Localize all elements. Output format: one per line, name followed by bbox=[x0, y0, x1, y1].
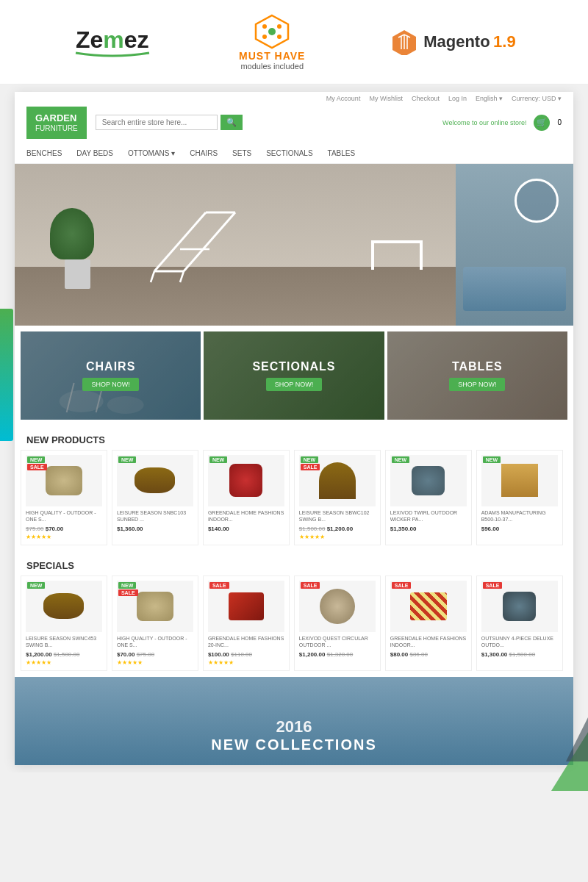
nav-currency[interactable]: Currency: USD ▾ bbox=[512, 95, 562, 102]
product-name: GREENDALE HOME FASHIONS 20-INC... bbox=[208, 635, 284, 650]
product-card[interactable]: NEW GREENDALE HOME FASHIONS INDOOR... $1… bbox=[203, 450, 290, 545]
nav-sets[interactable]: SETS bbox=[232, 149, 251, 157]
category-chairs[interactable]: CHAIRS SHOP NOW! bbox=[21, 331, 201, 420]
product-price: $80.00 $86.00 bbox=[390, 651, 467, 658]
hero-section bbox=[15, 164, 573, 326]
header-top-row: My Account My Wishlist Checkout Log In E… bbox=[15, 92, 573, 102]
nav-chairs[interactable]: CHAIRS bbox=[190, 149, 218, 157]
chairs-banner-title: CHAIRS bbox=[86, 360, 135, 373]
product-image: NEW bbox=[26, 581, 102, 632]
product-stars: ★★★★★ bbox=[26, 659, 102, 666]
nav-tables[interactable]: TABLES bbox=[328, 149, 356, 157]
product-image: Sale bbox=[208, 581, 284, 632]
product-name: HIGH QUALITY - OUTDOOR - ONE S... bbox=[117, 635, 193, 650]
nav-ottomans[interactable]: OTTOMANS ▾ bbox=[128, 149, 175, 157]
product-price: $140.00 bbox=[208, 526, 284, 532]
product-image: Sale bbox=[390, 581, 467, 632]
hero-right-panel bbox=[456, 164, 573, 326]
product-name: ADAMS MANUFACTURING B500-10-37... bbox=[481, 509, 558, 524]
category-tables[interactable]: TABLES SHOP NOW! bbox=[387, 331, 567, 420]
special-card[interactable]: Sale OUTSUNNY 4-PIECE DELUXE OUTDO... $1… bbox=[476, 576, 563, 671]
special-card[interactable]: NEW Sale HIGH QUALITY - OUTDOOR - ONE S.… bbox=[112, 576, 198, 671]
search-input[interactable] bbox=[96, 115, 218, 130]
svg-marker-22 bbox=[566, 673, 588, 761]
nav-login[interactable]: Log In bbox=[448, 95, 467, 102]
product-image: NEW Sale bbox=[26, 455, 102, 506]
top-banner: Zemez MUST HAVE modules included Magento… bbox=[0, 0, 588, 85]
store-nav: BENCHES DAY BEDS OTTOMANS ▾ CHAIRS SETS … bbox=[15, 143, 573, 164]
nav-benches[interactable]: BENCHES bbox=[26, 149, 62, 157]
category-sectionals[interactable]: SECTIONALS SHOP NOW! bbox=[204, 331, 384, 420]
svg-point-4 bbox=[277, 24, 282, 29]
nav-checkout[interactable]: Checkout bbox=[412, 95, 440, 102]
product-card[interactable]: NEW Sale HIGH QUALITY - OUTDOOR - ONE S.… bbox=[21, 450, 107, 545]
product-name: LEISURE SEASON SWNC453 SWING B... bbox=[26, 635, 102, 650]
store-logo-line1: GARDEN bbox=[35, 112, 78, 124]
svg-text:Zemez: Zemez bbox=[76, 26, 149, 53]
tables-banner-title: TABLES bbox=[452, 360, 503, 373]
product-price: $75.00 $70.00 bbox=[26, 526, 102, 532]
nav-my-wishlist[interactable]: My Wishlist bbox=[369, 95, 403, 102]
hero-table bbox=[368, 233, 426, 287]
product-image: NEW Sale bbox=[299, 455, 376, 506]
tables-shop-btn[interactable]: SHOP NOW! bbox=[449, 378, 505, 391]
product-price: $1,360.00 bbox=[117, 526, 193, 532]
nav-daybeds[interactable]: DAY BEDS bbox=[76, 149, 113, 157]
product-image: NEW bbox=[208, 455, 284, 506]
store-wrapper: My Account My Wishlist Checkout Log In E… bbox=[15, 92, 573, 765]
product-name: OUTSUNNY 4-PIECE DELUXE OUTDO... bbox=[481, 635, 558, 650]
product-card[interactable]: NEW LEISURE SEASON SNBC103 SUNBED ... $1… bbox=[112, 450, 198, 545]
new-products-grid: NEW Sale HIGH QUALITY - OUTDOOR - ONE S.… bbox=[15, 450, 573, 551]
svg-point-5 bbox=[262, 35, 267, 39]
product-image: NEW bbox=[481, 455, 558, 506]
product-name: LEXIVOD QUEST CIRCULAR OUTDOOR ... bbox=[299, 635, 376, 650]
badge-sale: Sale bbox=[209, 582, 229, 589]
special-card[interactable]: Sale GREENDALE HOME FASHIONS INDOOR... $… bbox=[385, 576, 472, 671]
must-have-subtitle: modules included bbox=[240, 62, 304, 71]
svg-line-7 bbox=[154, 212, 206, 271]
cart-count: 0 bbox=[557, 118, 562, 126]
search-button[interactable]: 🔍 bbox=[220, 115, 243, 130]
store-logo-line2: FURNITURE bbox=[35, 124, 78, 133]
badge-new: NEW bbox=[27, 456, 45, 463]
badge-sale: Sale bbox=[483, 582, 503, 589]
product-card[interactable]: NEW Sale LEISURE SEASON SBWC102 SWING B.… bbox=[294, 450, 381, 545]
product-price: $70.00 $75.00 bbox=[117, 651, 193, 658]
nav-sectionals[interactable]: SECTIONALS bbox=[266, 149, 312, 157]
sectionals-banner-title: SECTIONALS bbox=[252, 360, 335, 373]
product-card[interactable]: NEW ADAMS MANUFACTURING B500-10-37... $9… bbox=[476, 450, 563, 545]
sectionals-shop-btn[interactable]: SHOP NOW! bbox=[266, 378, 322, 391]
product-price: $1,500.00 $1,200.00 bbox=[299, 526, 376, 532]
hero-chair bbox=[140, 198, 243, 289]
badge-new: NEW bbox=[301, 456, 318, 463]
cart-icon[interactable]: 🛒 bbox=[534, 115, 550, 131]
product-card[interactable]: NEW LEXIVOD TWIRL OUTDOOR WICKER PA... $… bbox=[385, 450, 472, 545]
special-card[interactable]: NEW LEISURE SEASON SWNC453 SWING B... $1… bbox=[21, 576, 107, 671]
product-price: $1,200.00 $1,500.00 bbox=[26, 651, 102, 658]
badge-new: NEW bbox=[118, 456, 136, 463]
collections-year: 2016 bbox=[211, 717, 377, 736]
product-stars: ★★★★★ bbox=[299, 534, 376, 540]
product-image: NEW bbox=[390, 455, 467, 506]
product-name: GREENDALE HOME FASHIONS INDOOR... bbox=[390, 635, 467, 650]
nav-language[interactable]: English ▾ bbox=[476, 95, 503, 102]
badge-new: NEW bbox=[118, 582, 136, 589]
left-decoration bbox=[0, 309, 13, 441]
product-image: NEW Sale bbox=[117, 581, 193, 632]
svg-rect-14 bbox=[371, 240, 423, 243]
right-decoration bbox=[544, 673, 588, 772]
product-price: $1,200.00 $1,320.00 bbox=[299, 651, 376, 658]
product-stars: ★★★★★ bbox=[26, 534, 102, 540]
svg-rect-15 bbox=[371, 240, 374, 270]
new-products-title: NEW PRODUCTS bbox=[15, 426, 573, 450]
product-name: LEISURE SEASON SBWC102 SWING B... bbox=[299, 509, 376, 524]
special-card[interactable]: Sale LEXIVOD QUEST CIRCULAR OUTDOOR ... … bbox=[294, 576, 381, 671]
special-card[interactable]: Sale GREENDALE HOME FASHIONS 20-INC... $… bbox=[203, 576, 290, 671]
badge-sale: Sale bbox=[392, 582, 412, 589]
must-have-badge: MUST HAVE modules included bbox=[239, 13, 305, 71]
chairs-shop-btn[interactable]: SHOP NOW! bbox=[82, 378, 138, 391]
svg-point-3 bbox=[262, 24, 267, 29]
nav-my-account[interactable]: My Account bbox=[326, 95, 361, 102]
product-stars: ★★★★★ bbox=[117, 659, 193, 666]
svg-line-12 bbox=[151, 271, 154, 282]
